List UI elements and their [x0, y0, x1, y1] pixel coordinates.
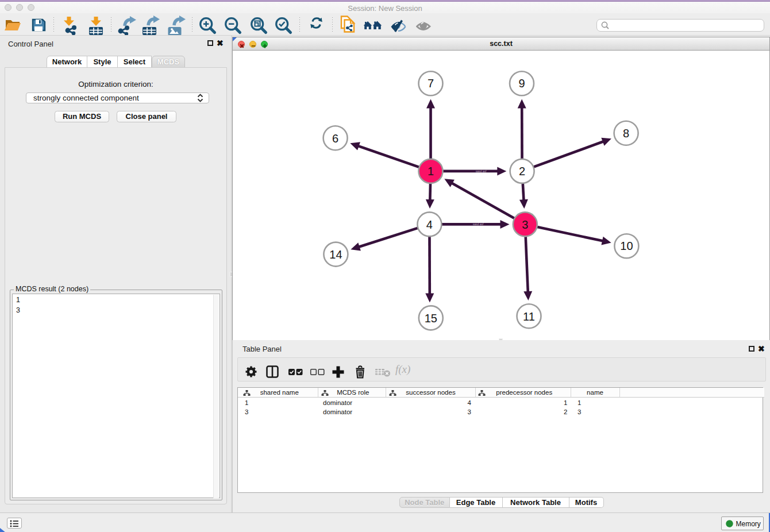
svg-text:sasd asf: sasd asf	[473, 222, 484, 226]
svg-text:1: 1	[428, 165, 434, 178]
svg-text:15: 15	[425, 312, 437, 325]
svg-text:3: 3	[522, 218, 528, 231]
svg-text:14: 14	[329, 248, 342, 261]
svg-text:11: 11	[523, 310, 535, 323]
svg-text:4: 4	[426, 218, 433, 231]
svg-text:10: 10	[620, 240, 633, 252]
svg-text:sasd asf: sasd asf	[476, 169, 487, 173]
svg-text:7: 7	[428, 77, 434, 90]
svg-text:8: 8	[623, 127, 629, 140]
svg-text:2: 2	[519, 165, 525, 178]
svg-text:9: 9	[518, 77, 525, 90]
svg-text:6: 6	[332, 132, 338, 145]
